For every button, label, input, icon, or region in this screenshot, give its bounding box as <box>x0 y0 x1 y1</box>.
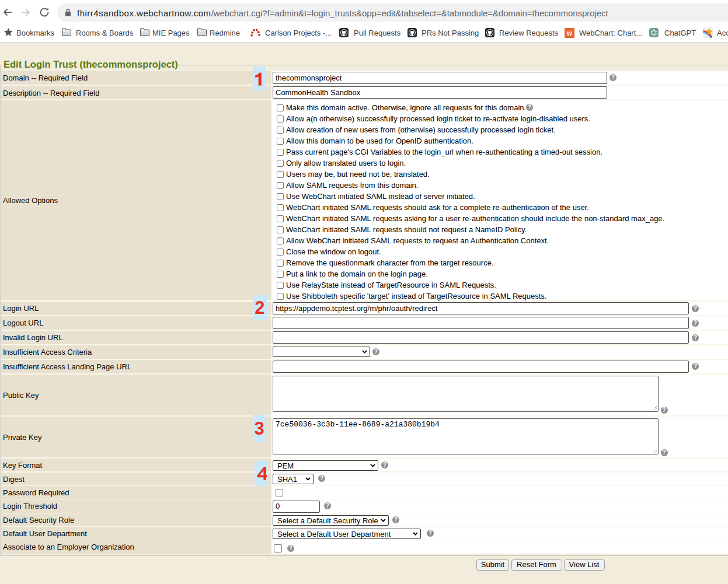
svg-text:w: w <box>566 29 573 37</box>
